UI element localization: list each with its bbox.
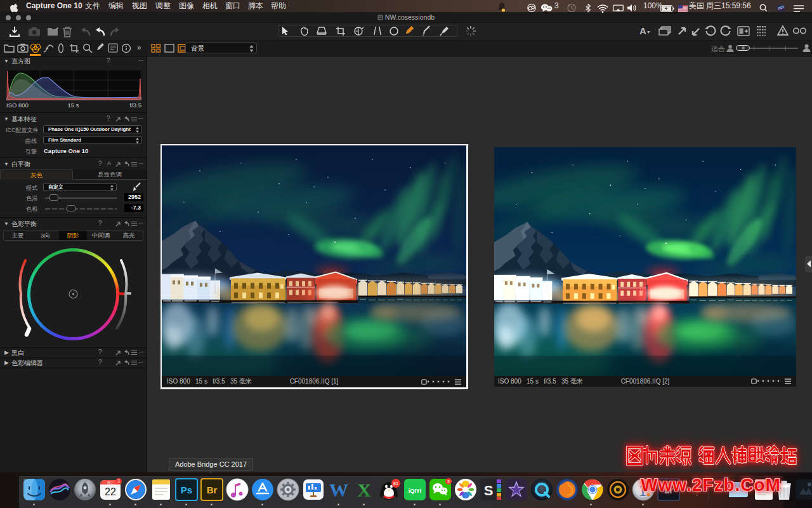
svg-text:W: W xyxy=(329,479,348,500)
svg-text:iQIYI: iQIYI xyxy=(409,488,422,494)
svg-text:Ps: Ps xyxy=(181,485,192,495)
svg-text:X: X xyxy=(357,479,371,500)
svg-text:S: S xyxy=(484,483,494,498)
svg-text:22: 22 xyxy=(105,486,116,497)
svg-text:3: 3 xyxy=(117,479,120,483)
svg-text:81: 81 xyxy=(393,481,398,486)
svg-text:3: 3 xyxy=(447,479,450,484)
svg-text:周三: 周三 xyxy=(107,481,114,485)
svg-text:Br: Br xyxy=(207,485,218,495)
